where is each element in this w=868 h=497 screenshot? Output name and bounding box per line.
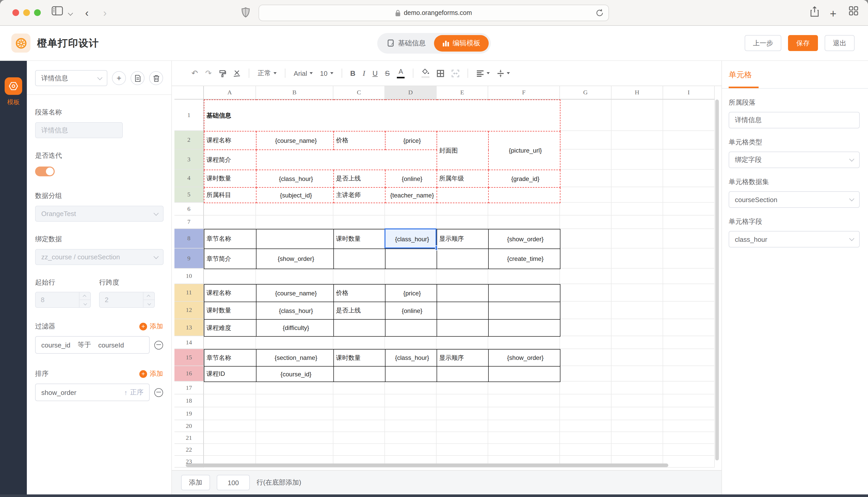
row-header-14[interactable]: 14: [175, 336, 204, 349]
cell-D14[interactable]: [385, 336, 437, 349]
vertical-align-dropdown[interactable]: [497, 69, 510, 77]
cell-A13[interactable]: 课程难度: [204, 320, 256, 337]
cell-B3[interactable]: [256, 150, 437, 170]
cell-I12[interactable]: [663, 302, 715, 319]
selected-cell-outline[interactable]: [384, 228, 437, 248]
new-tab-icon[interactable]: +: [830, 7, 837, 20]
row-header-10[interactable]: 10: [175, 269, 204, 284]
cell-E14[interactable]: [437, 336, 488, 349]
cell-A10[interactable]: [204, 269, 256, 284]
cell-A7[interactable]: [204, 215, 256, 229]
cell-G22[interactable]: [560, 444, 611, 456]
borders-icon[interactable]: [437, 69, 444, 77]
underline-icon[interactable]: U: [373, 69, 378, 77]
cell-D20[interactable]: [385, 420, 437, 432]
cell-D7[interactable]: [385, 215, 437, 229]
cell-I21[interactable]: [663, 432, 715, 444]
cell-F18[interactable]: [488, 394, 560, 407]
cell-E8[interactable]: 显示顺序: [437, 229, 488, 249]
cell-G8[interactable]: [560, 229, 611, 248]
cell-B9[interactable]: {show_order}: [256, 249, 334, 269]
cell-H17[interactable]: [611, 382, 663, 394]
cell-C16[interactable]: [334, 366, 385, 382]
cell-D17[interactable]: [385, 382, 437, 394]
cell-C7[interactable]: [333, 215, 385, 229]
row-header-3[interactable]: 3: [175, 150, 204, 170]
cell-F12[interactable]: [488, 302, 560, 320]
clear-format-icon[interactable]: [233, 70, 240, 77]
cell-D21[interactable]: [385, 432, 437, 444]
cell-B14[interactable]: [256, 336, 333, 349]
cell-A19[interactable]: [204, 407, 256, 420]
row-header-12[interactable]: 12: [175, 302, 204, 319]
cell-H13[interactable]: [611, 319, 663, 336]
cell-D6[interactable]: [385, 203, 437, 215]
data-group-select[interactable]: OrangeTest: [35, 206, 164, 222]
cell-G14[interactable]: [560, 336, 611, 349]
cell-C22[interactable]: [333, 444, 385, 456]
cell-I4[interactable]: [663, 170, 715, 187]
back-button[interactable]: ‹: [85, 7, 88, 19]
remove-filter-icon[interactable]: [154, 341, 163, 349]
cell-I7[interactable]: [663, 215, 715, 229]
sidebar-chevron-icon[interactable]: [68, 11, 73, 16]
cell-I20[interactable]: [663, 420, 715, 432]
cell-A6[interactable]: [204, 203, 256, 215]
cell-dataset-select[interactable]: courseSection: [729, 191, 860, 208]
cell-B12[interactable]: {class_hour}: [256, 302, 334, 320]
cell-G7[interactable]: [560, 215, 611, 229]
cell-E16[interactable]: [437, 366, 488, 382]
cell-B11[interactable]: {course_name}: [256, 284, 334, 302]
cell-G21[interactable]: [560, 432, 611, 444]
cell-I1[interactable]: [663, 100, 715, 131]
cell-D18[interactable]: [385, 394, 437, 407]
cell-F9[interactable]: {create_time}: [488, 249, 560, 269]
cell-E11[interactable]: [437, 284, 488, 302]
spreadsheet-grid[interactable]: ABCDEFGHI1234567891011121314151617181920…: [172, 86, 718, 468]
cell-C14[interactable]: [333, 336, 385, 349]
cell-D12[interactable]: {online}: [385, 302, 437, 320]
cell-H18[interactable]: [611, 394, 663, 407]
cell-D22[interactable]: [385, 444, 437, 456]
row-header-4[interactable]: 4: [175, 170, 204, 187]
column-header-D[interactable]: D: [385, 86, 437, 100]
cell-F21[interactable]: [488, 432, 560, 444]
cell-A5[interactable]: 所属科目: [204, 187, 256, 203]
column-header-I[interactable]: I: [663, 86, 715, 100]
cell-A3[interactable]: 课程简介: [204, 150, 256, 170]
cell-D10[interactable]: [385, 269, 437, 284]
cell-H9[interactable]: [611, 248, 663, 269]
cell-I3[interactable]: [663, 150, 715, 170]
bold-icon[interactable]: B: [350, 69, 355, 77]
row-header-7[interactable]: 7: [175, 215, 204, 229]
strikethrough-icon[interactable]: S: [385, 69, 390, 77]
cell-B6[interactable]: [256, 203, 333, 215]
delete-section-button[interactable]: [149, 71, 163, 85]
row-header-17[interactable]: 17: [175, 382, 204, 394]
zoom-window-button[interactable]: [34, 9, 41, 16]
cell-G13[interactable]: [560, 319, 611, 336]
row-header-5[interactable]: 5: [175, 187, 204, 203]
format-painter-icon[interactable]: [219, 69, 226, 77]
cell-F19[interactable]: [488, 407, 560, 420]
cell-A17[interactable]: [204, 382, 256, 394]
cell-G17[interactable]: [560, 382, 611, 394]
row-header-19[interactable]: 19: [175, 407, 204, 420]
fill-handle[interactable]: [435, 245, 438, 251]
row-header-15[interactable]: 15: [175, 349, 204, 366]
bind-data-select[interactable]: zz_course / courseSection: [35, 249, 164, 265]
cell-B18[interactable]: [256, 394, 333, 407]
cell-C17[interactable]: [333, 382, 385, 394]
cell-H2[interactable]: [611, 131, 663, 150]
cell-H19[interactable]: [611, 407, 663, 420]
cell-I23[interactable]: [663, 456, 715, 468]
cell-B8[interactable]: [256, 229, 334, 249]
cell-H3[interactable]: [611, 150, 663, 170]
row-header-20[interactable]: 20: [175, 420, 204, 432]
cell-B16[interactable]: {course_id}: [256, 366, 334, 382]
cell-G12[interactable]: [560, 302, 611, 319]
cell-E18[interactable]: [437, 394, 488, 407]
cell-H21[interactable]: [611, 432, 663, 444]
cell-B2[interactable]: {course_name}: [256, 131, 334, 150]
template-nav-icon[interactable]: [5, 77, 22, 95]
